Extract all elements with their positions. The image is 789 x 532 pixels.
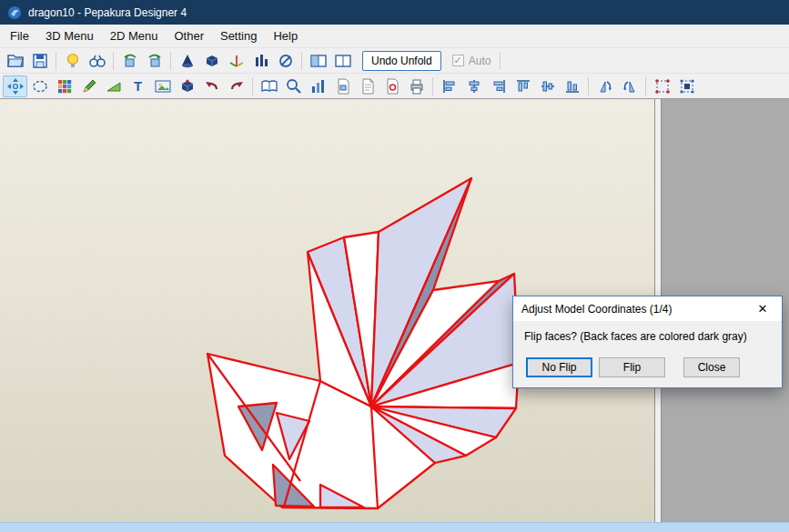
menubar: File 3D Menu 2D Menu Other Setting Help [0, 25, 789, 47]
texture-grid-icon[interactable] [52, 75, 76, 97]
rotate-model-left-icon[interactable] [117, 50, 142, 72]
cube-shape-icon[interactable] [199, 50, 224, 72]
cone-shape-icon[interactable] [175, 50, 199, 72]
menu-help[interactable]: Help [265, 25, 306, 46]
dialog-titlebar: Adjust Model Coordinates (1/4) ✕ [513, 296, 782, 321]
dialog-close-icon[interactable]: ✕ [743, 296, 782, 321]
dialog-adjust-model-coordinates: Adjust Model Coordinates (1/4) ✕ Flip fa… [512, 296, 783, 388]
align-top-icon[interactable] [511, 75, 535, 97]
toolbar-separator [645, 77, 646, 95]
toolbar-separator [588, 77, 589, 95]
toolbar-separator [252, 77, 253, 95]
flip-button[interactable]: Flip [599, 357, 665, 377]
slope-edge-icon[interactable] [101, 75, 126, 97]
menu-setting[interactable]: Setting [212, 25, 265, 46]
binoculars-view-icon[interactable] [85, 50, 109, 72]
menu-other[interactable]: Other [166, 25, 212, 46]
rotate-part-ccw-icon[interactable] [592, 75, 617, 97]
save-icon[interactable] [27, 50, 52, 72]
undo-icon[interactable] [199, 75, 224, 97]
menu-file[interactable]: File [2, 25, 37, 46]
pan-view-icon[interactable] [3, 75, 27, 97]
select-corners-icon[interactable] [650, 75, 674, 97]
menu-2d[interactable]: 2D Menu [102, 25, 167, 46]
axes-icon[interactable] [224, 50, 248, 72]
layout-split-left-icon[interactable] [306, 50, 330, 72]
toolbar-main: Undo Unfold ✓ Auto [0, 47, 789, 73]
light-icon[interactable] [60, 50, 85, 72]
close-button[interactable]: Close [683, 357, 740, 377]
align-left-icon[interactable] [437, 75, 461, 97]
insert-image-icon[interactable] [150, 75, 175, 97]
check-icon: ✓ [454, 55, 462, 65]
print-icon[interactable] [404, 75, 429, 97]
page-target-icon[interactable] [379, 75, 404, 97]
menu-3d[interactable]: 3D Menu [37, 25, 102, 46]
titlebar: dragon10 - Pepakura Designer 4 [0, 0, 789, 25]
dialog-title: Adjust Model Coordinates (1/4) [521, 303, 672, 316]
dialog-message: Flip faces? (Back faces are colored dark… [524, 330, 771, 343]
dialog-body: Flip faces? (Back faces are colored dark… [513, 321, 782, 387]
insert-text-icon[interactable]: T [126, 75, 150, 97]
toolbar-separator [170, 52, 171, 70]
toolbar-separator [113, 52, 114, 70]
align-bottom-icon[interactable] [560, 75, 584, 97]
scale-bars-icon[interactable] [248, 50, 273, 72]
pencil-icon[interactable] [76, 75, 101, 97]
solid-box-icon[interactable] [175, 75, 199, 97]
toolbar-separator [500, 52, 501, 70]
toolbar-separator [432, 77, 433, 95]
no-flip-button[interactable]: No Flip [526, 357, 592, 377]
align-right-icon[interactable] [486, 75, 511, 97]
select-mesh-icon[interactable] [674, 75, 699, 97]
page-number-icon[interactable] [330, 75, 355, 97]
window-title: dragon10 - Pepakura Designer 4 [28, 6, 187, 19]
auto-checkbox[interactable]: ✓ [452, 55, 464, 66]
undo-unfold-button[interactable]: Undo Unfold [362, 51, 441, 71]
layout-split-right-icon[interactable] [330, 50, 355, 72]
circle-select-icon[interactable] [27, 75, 52, 97]
redo-icon[interactable] [224, 75, 248, 97]
page-copy-icon[interactable] [355, 75, 379, 97]
fit-window-icon[interactable] [281, 75, 306, 97]
dialog-buttons: No Flip Flip Close [524, 357, 771, 377]
app-icon [7, 5, 22, 20]
parts-chart-icon[interactable] [306, 75, 330, 97]
auto-checkbox-group: ✓ Auto [452, 55, 491, 67]
toolbar-separator [56, 52, 56, 70]
toolbar-2d-tools: T [0, 73, 789, 98]
statusbar [0, 522, 789, 532]
align-center-h-icon[interactable] [461, 75, 486, 97]
rotate-part-cw-icon[interactable] [617, 75, 642, 97]
auto-checkbox-label: Auto [469, 55, 491, 67]
toolbar-separator [301, 52, 302, 70]
book-pages-icon[interactable] [257, 75, 281, 97]
open-file-icon[interactable] [3, 50, 27, 72]
align-middle-icon[interactable] [535, 75, 560, 97]
rotate-model-right-icon[interactable] [142, 50, 167, 72]
measure-ring-icon[interactable] [273, 50, 298, 72]
